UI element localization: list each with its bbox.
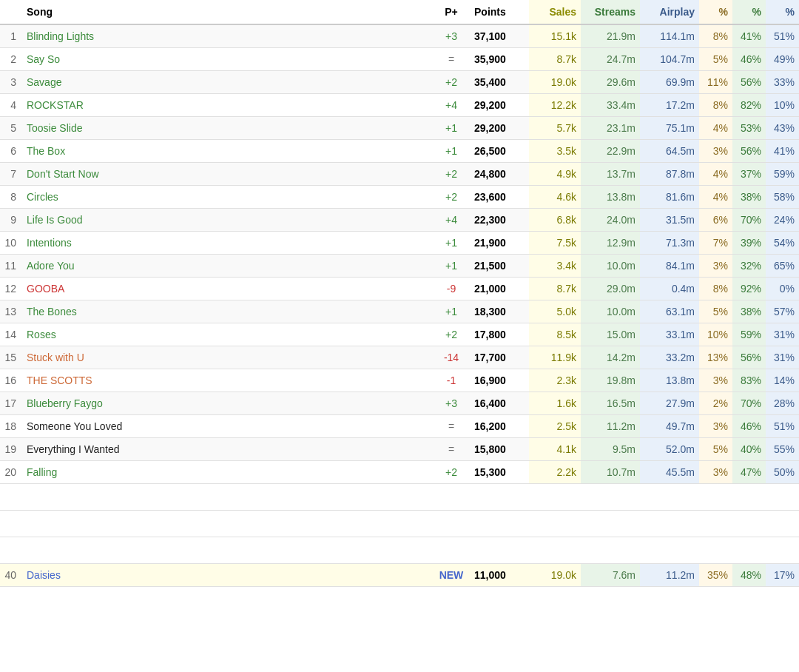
pplus-cell: +4 bbox=[433, 94, 470, 117]
pct1-cell: 8% bbox=[699, 94, 732, 117]
airplay-cell: 75.1m bbox=[640, 117, 699, 140]
rank-cell: 18 bbox=[0, 415, 22, 438]
pct2-cell: 48% bbox=[732, 564, 766, 587]
pct2-cell: 38% bbox=[732, 300, 766, 323]
pct2-header: % bbox=[732, 0, 766, 24]
pct3-cell: 59% bbox=[766, 163, 799, 186]
table-row: 18 Someone You Loved = 16,200 2.5k 11.2m… bbox=[0, 415, 799, 438]
airplay-cell: 49.7m bbox=[640, 415, 699, 438]
pplus-cell: +2 bbox=[433, 323, 470, 346]
table-row: 13 The Bones +1 18,300 5.0k 10.0m 63.1m … bbox=[0, 300, 799, 323]
rank-cell: 3 bbox=[0, 71, 22, 94]
pct2-cell: 46% bbox=[732, 48, 766, 71]
airplay-cell: 31.5m bbox=[640, 209, 699, 232]
streams-cell: 15.0m bbox=[581, 323, 640, 346]
airplay-cell: 63.1m bbox=[640, 300, 699, 323]
sales-cell: 8.7k bbox=[529, 48, 581, 71]
table-row: 10 Intentions +1 21,900 7.5k 12.9m 71.3m… bbox=[0, 232, 799, 255]
table-row: 9 Life Is Good +4 22,300 6.8k 24.0m 31.5… bbox=[0, 209, 799, 232]
points-cell: 23,600 bbox=[470, 186, 529, 209]
airplay-cell: 45.5m bbox=[640, 461, 699, 484]
points-header: Points bbox=[470, 0, 529, 24]
pct2-cell: 32% bbox=[732, 255, 766, 278]
pct2-cell: 40% bbox=[732, 438, 766, 461]
pct2-cell: 47% bbox=[732, 461, 766, 484]
pct2-cell: 82% bbox=[732, 94, 766, 117]
gap-cell bbox=[0, 484, 799, 511]
pct2-cell: 59% bbox=[732, 323, 766, 346]
airplay-cell: 0.4m bbox=[640, 278, 699, 300]
airplay-cell: 33.1m bbox=[640, 323, 699, 346]
streams-cell: 11.2m bbox=[581, 415, 640, 438]
pct2-cell: 56% bbox=[732, 71, 766, 94]
airplay-cell: 11.2m bbox=[640, 564, 699, 587]
sales-cell: 5.7k bbox=[529, 117, 581, 140]
pplus-cell: +2 bbox=[433, 186, 470, 209]
rank-cell: 13 bbox=[0, 300, 22, 323]
points-cell: 35,900 bbox=[470, 48, 529, 71]
points-cell: 22,300 bbox=[470, 209, 529, 232]
song-cell: GOOBA bbox=[22, 278, 433, 300]
song-cell: Don't Start Now bbox=[22, 163, 433, 186]
rank-cell: 8 bbox=[0, 186, 22, 209]
streams-cell: 13.8m bbox=[581, 186, 640, 209]
song-cell: Adore You bbox=[22, 255, 433, 278]
airplay-cell: 69.9m bbox=[640, 71, 699, 94]
sales-cell: 4.6k bbox=[529, 186, 581, 209]
rank-cell: 9 bbox=[0, 209, 22, 232]
sales-cell: 15.1k bbox=[529, 24, 581, 48]
airplay-cell: 104.7m bbox=[640, 48, 699, 71]
sales-cell: 8.5k bbox=[529, 323, 581, 346]
pplus-cell: = bbox=[433, 438, 470, 461]
points-cell: 21,000 bbox=[470, 278, 529, 300]
song-cell: Toosie Slide bbox=[22, 117, 433, 140]
airplay-cell: 64.5m bbox=[640, 140, 699, 163]
pct3-header: % bbox=[766, 0, 799, 24]
pplus-cell: +2 bbox=[433, 163, 470, 186]
song-header: Song bbox=[22, 0, 433, 24]
pct3-cell: 54% bbox=[766, 232, 799, 255]
song-cell: Everything I Wanted bbox=[22, 438, 433, 461]
pct1-cell: 8% bbox=[699, 278, 732, 300]
pct3-cell: 10% bbox=[766, 94, 799, 117]
song-cell: Roses bbox=[22, 323, 433, 346]
pct3-cell: 28% bbox=[766, 392, 799, 415]
song-cell: THE SCOTTS bbox=[22, 369, 433, 392]
table-row: 12 GOOBA -9 21,000 8.7k 29.0m 0.4m 8% 92… bbox=[0, 278, 799, 300]
pct2-cell: 38% bbox=[732, 186, 766, 209]
pct3-cell: 24% bbox=[766, 209, 799, 232]
points-cell: 16,900 bbox=[470, 369, 529, 392]
airplay-cell: 52.0m bbox=[640, 438, 699, 461]
pct1-cell: 5% bbox=[699, 300, 732, 323]
table-row: 8 Circles +2 23,600 4.6k 13.8m 81.6m 4% … bbox=[0, 186, 799, 209]
streams-header: Streams bbox=[581, 0, 640, 24]
pct2-cell: 37% bbox=[732, 163, 766, 186]
sales-cell: 2.3k bbox=[529, 369, 581, 392]
rank-header bbox=[0, 0, 22, 24]
rank-cell: 20 bbox=[0, 461, 22, 484]
pct3-cell: 65% bbox=[766, 255, 799, 278]
streams-cell: 22.9m bbox=[581, 140, 640, 163]
points-cell: 29,200 bbox=[470, 117, 529, 140]
song-cell: Daisies bbox=[22, 564, 433, 587]
song-cell: Blinding Lights bbox=[22, 24, 433, 48]
pplus-cell: +4 bbox=[433, 209, 470, 232]
song-cell: ROCKSTAR bbox=[22, 94, 433, 117]
pct3-cell: 49% bbox=[766, 48, 799, 71]
airplay-cell: 33.2m bbox=[640, 346, 699, 369]
rank-cell: 15 bbox=[0, 346, 22, 369]
pct1-header: % bbox=[699, 0, 732, 24]
pct2-cell: 39% bbox=[732, 232, 766, 255]
airplay-header: Airplay bbox=[640, 0, 699, 24]
rank-cell: 17 bbox=[0, 392, 22, 415]
pct3-cell: 31% bbox=[766, 323, 799, 346]
pplus-cell: +3 bbox=[433, 392, 470, 415]
streams-cell: 24.0m bbox=[581, 209, 640, 232]
points-cell: 35,400 bbox=[470, 71, 529, 94]
rank-cell: 4 bbox=[0, 94, 22, 117]
pct1-cell: 13% bbox=[699, 346, 732, 369]
pct3-cell: 33% bbox=[766, 71, 799, 94]
pct2-cell: 92% bbox=[732, 278, 766, 300]
streams-cell: 14.2m bbox=[581, 346, 640, 369]
airplay-cell: 27.9m bbox=[640, 392, 699, 415]
